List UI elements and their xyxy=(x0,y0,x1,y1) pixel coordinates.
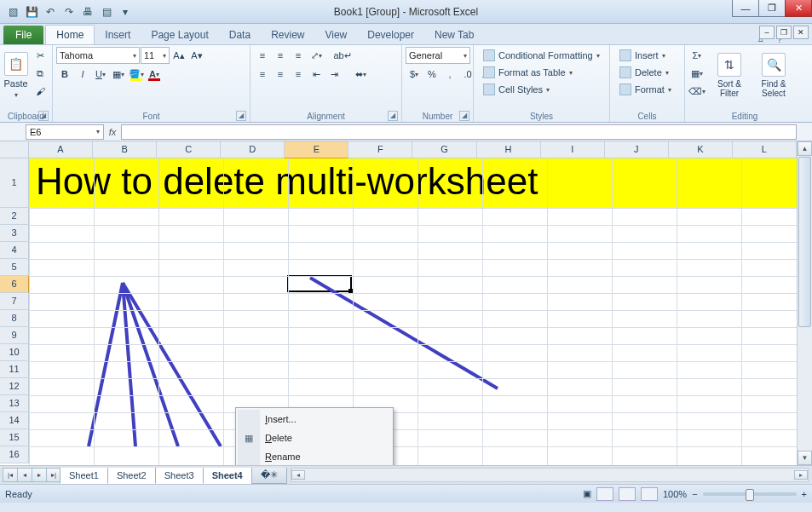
col-header-B[interactable]: B xyxy=(93,141,157,158)
row-header-9[interactable]: 9 xyxy=(0,327,29,344)
tab-new[interactable]: New Tab xyxy=(424,26,484,44)
col-header-A[interactable]: A xyxy=(29,141,93,158)
fill-icon[interactable]: ▦▾ xyxy=(688,65,705,82)
paste-button[interactable]: 📋 Paste ▾ xyxy=(3,47,28,103)
tab-data[interactable]: Data xyxy=(219,26,261,44)
name-box[interactable]: E6▾ xyxy=(26,124,104,140)
dialog-launcher-icon[interactable]: ◢ xyxy=(388,111,398,121)
zoom-in-icon[interactable]: + xyxy=(802,489,807,499)
italic-button[interactable]: I xyxy=(74,66,91,83)
zoom-slider[interactable] xyxy=(703,492,797,496)
new-sheet-button[interactable]: �✳ xyxy=(251,468,287,484)
hscroll-right-icon[interactable]: ▸ xyxy=(794,470,808,480)
col-header-G[interactable]: G xyxy=(412,141,476,158)
merge-center-icon[interactable]: ⬌▾ xyxy=(343,66,377,83)
copy-icon[interactable]: ⧉ xyxy=(32,65,49,82)
maximize-button[interactable]: ❐ xyxy=(758,0,786,17)
tab-developer[interactable]: Developer xyxy=(357,26,424,44)
col-header-F[interactable]: F xyxy=(348,141,412,158)
wrap-text-icon[interactable]: ab↵ xyxy=(325,47,360,64)
tab-home[interactable]: Home xyxy=(45,25,95,44)
underline-button[interactable]: U▾ xyxy=(92,66,109,83)
dialog-launcher-icon[interactable]: ◢ xyxy=(459,111,469,121)
orientation-icon[interactable]: ⤢▾ xyxy=(308,47,325,64)
mdi-restore[interactable]: ❐ xyxy=(776,26,792,39)
mdi-minimize[interactable]: – xyxy=(759,26,775,39)
align-bottom-icon[interactable]: ≡ xyxy=(290,47,307,64)
format-painter-icon[interactable]: 🖌 xyxy=(32,83,49,100)
currency-icon[interactable]: $▾ xyxy=(406,66,423,83)
view-pagebreak-icon[interactable] xyxy=(641,487,658,501)
ctx-insert[interactable]: Insert... xyxy=(238,410,391,429)
indent-inc-icon[interactable]: ⇥ xyxy=(325,66,343,83)
row-header-6[interactable]: 6 xyxy=(0,276,29,293)
ctx-rename[interactable]: Rename xyxy=(238,447,391,465)
font-name-combo[interactable]: Tahoma▾ xyxy=(56,47,140,64)
fx-icon[interactable]: fx xyxy=(104,127,121,137)
row-header-15[interactable]: 15 xyxy=(0,429,29,446)
delete-cells-button[interactable]: Delete▾ xyxy=(613,64,675,81)
dialog-launcher-icon[interactable]: ◢ xyxy=(236,111,246,121)
worksheet-area[interactable]: ABCDEFGHIJKL 12345678910111213141516 How… xyxy=(0,141,812,465)
col-header-L[interactable]: L xyxy=(733,141,797,158)
font-size-combo[interactable]: 11▾ xyxy=(141,47,170,64)
row-header-14[interactable]: 14 xyxy=(0,412,29,429)
qat-redo-icon[interactable]: ↷ xyxy=(61,4,77,20)
number-format-combo[interactable]: General▾ xyxy=(406,47,470,64)
tab-nav-next-icon[interactable]: ▸ xyxy=(32,468,47,482)
qat-print-icon[interactable]: 🖶 xyxy=(80,4,95,20)
percent-icon[interactable]: % xyxy=(423,66,441,83)
qat-new-icon[interactable]: ▤ xyxy=(99,4,114,20)
qat-save-icon[interactable]: 💾 xyxy=(24,4,39,20)
col-header-K[interactable]: K xyxy=(669,141,733,158)
row-header-8[interactable]: 8 xyxy=(0,310,29,327)
indent-dec-icon[interactable]: ⇤ xyxy=(308,66,325,83)
row-header-11[interactable]: 11 xyxy=(0,361,29,378)
bold-button[interactable]: B xyxy=(56,66,73,83)
insert-cells-button[interactable]: Insert▾ xyxy=(613,47,671,64)
align-left-icon[interactable]: ≡ xyxy=(254,66,271,83)
qat-more-icon[interactable]: ▾ xyxy=(118,4,133,20)
find-select-button[interactable]: 🔍Find & Select xyxy=(753,47,794,103)
tab-view[interactable]: View xyxy=(314,26,357,44)
tab-nav-prev-icon[interactable]: ◂ xyxy=(17,468,32,482)
tab-page-layout[interactable]: Page Layout xyxy=(141,26,218,44)
align-center-icon[interactable]: ≡ xyxy=(272,66,289,83)
zoom-level[interactable]: 100% xyxy=(663,489,687,499)
comma-icon[interactable]: , xyxy=(441,66,458,83)
qat-undo-icon[interactable]: ↶ xyxy=(43,4,58,20)
formula-input[interactable] xyxy=(121,124,797,140)
tab-file[interactable]: File xyxy=(3,26,43,44)
row-header-16[interactable]: 16 xyxy=(0,446,29,463)
col-header-D[interactable]: D xyxy=(221,141,285,158)
font-color-icon[interactable]: A▾ xyxy=(146,66,163,83)
scroll-thumb[interactable] xyxy=(798,157,811,327)
hscroll-left-icon[interactable]: ◂ xyxy=(291,470,305,480)
format-cells-button[interactable]: Format▾ xyxy=(613,81,677,98)
cut-icon[interactable]: ✂ xyxy=(32,47,49,64)
mdi-close[interactable]: ✕ xyxy=(793,26,809,39)
tab-insert[interactable]: Insert xyxy=(95,26,141,44)
fill-color-icon[interactable]: 🪣▾ xyxy=(128,66,145,83)
conditional-formatting-button[interactable]: Conditional Formatting▾ xyxy=(477,47,606,64)
sheet-tab-3[interactable]: Sheet3 xyxy=(155,468,204,484)
format-as-table-button[interactable]: Format as Table▾ xyxy=(477,64,579,81)
clear-icon[interactable]: ⌫▾ xyxy=(688,83,705,100)
row-header-1[interactable]: 1 xyxy=(0,158,29,208)
cell-a1-merged[interactable]: How to delete multi-worksheet xyxy=(29,158,804,208)
align-middle-icon[interactable]: ≡ xyxy=(272,47,289,64)
macro-record-icon[interactable]: ▣ xyxy=(583,488,591,499)
col-header-I[interactable]: I xyxy=(541,141,605,158)
scroll-down-icon[interactable]: ▼ xyxy=(798,451,812,465)
view-normal-icon[interactable] xyxy=(596,487,613,501)
select-all-corner[interactable] xyxy=(0,141,29,158)
tab-review[interactable]: Review xyxy=(261,26,314,44)
row-header-4[interactable]: 4 xyxy=(0,242,29,259)
row-header-10[interactable]: 10 xyxy=(0,344,29,361)
row-header-13[interactable]: 13 xyxy=(0,395,29,412)
horizontal-scrollbar[interactable]: ◂ ▸ xyxy=(291,468,809,482)
view-pagelayout-icon[interactable] xyxy=(619,487,636,501)
col-header-C[interactable]: C xyxy=(157,141,221,158)
tab-nav-first-icon[interactable]: |◂ xyxy=(3,468,18,482)
row-header-3[interactable]: 3 xyxy=(0,225,29,242)
